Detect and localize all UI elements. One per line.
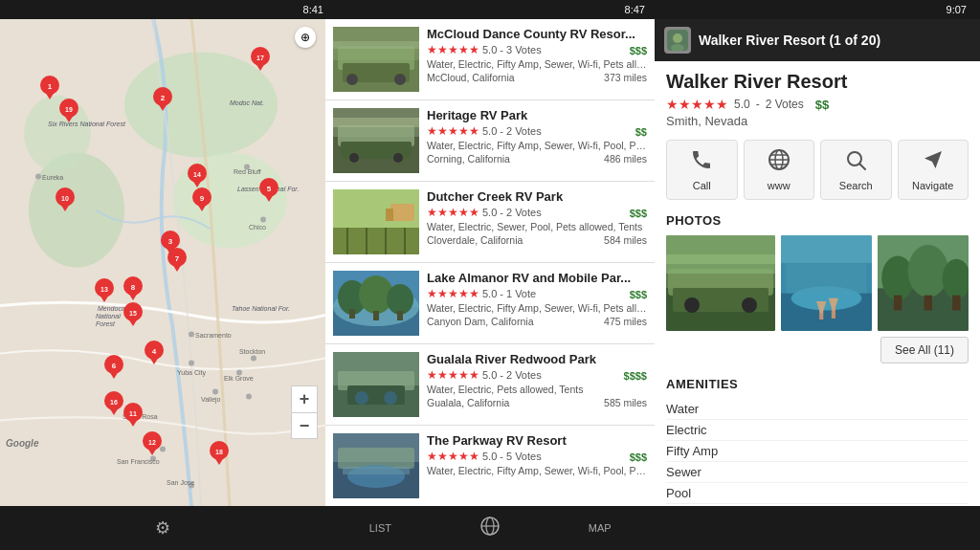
zoom-out-button[interactable]: − — [291, 412, 318, 439]
list-item-location-row: Gualala, California 585 miles — [427, 397, 647, 408]
list-item[interactable]: Dutcher Creek RV Park ★★★★★ 5.0 - 2 Vote… — [325, 182, 655, 263]
list-item-title: The Parkway RV Resort — [427, 433, 647, 448]
list-item[interactable]: Heritage RV Park ★★★★★ 5.0 - 2 Votes $$ … — [325, 100, 655, 182]
svg-rect-123 — [397, 311, 403, 320]
rating-value: 5.0 — [482, 125, 497, 137]
svg-rect-134 — [343, 467, 410, 474]
list-item-location: McCloud, California — [427, 72, 515, 83]
list-item-thumbnail — [333, 189, 419, 254]
svg-rect-107 — [333, 228, 419, 254]
svg-text:15: 15 — [129, 310, 137, 317]
svg-text:13: 13 — [100, 286, 108, 293]
navigate-button[interactable]: Navigate — [898, 140, 969, 200]
list-item-stars-row: ★★★★★ 5.0 - 2 Votes — [427, 368, 542, 382]
list-nav-item[interactable]: LIST — [325, 522, 435, 534]
svg-text:9: 9 — [200, 194, 205, 203]
list-item-info: The Parkway RV Resort ★★★★★ 5.0 - 5 Vote… — [427, 433, 647, 498]
detail-header-icon — [664, 27, 691, 54]
map-pin-17[interactable]: 17 — [250, 46, 271, 71]
svg-text:10: 10 — [61, 195, 69, 202]
map-pin-8[interactable]: 8 — [122, 275, 144, 300]
list-item-stars-row: ★★★★★ 5.0 - 2 Votes — [427, 206, 542, 219]
zoom-in-button[interactable]: + — [291, 385, 318, 412]
svg-rect-114 — [386, 209, 393, 221]
svg-marker-39 — [158, 103, 167, 111]
time-right: 9:07 — [947, 4, 967, 15]
map-pin-2[interactable]: 2 — [152, 86, 173, 111]
svg-rect-166 — [894, 296, 902, 311]
list-item-stars-row: ★★★★★ 5.0 - 3 Votes — [427, 43, 542, 56]
svg-marker-90 — [214, 457, 224, 465]
svg-point-150 — [742, 297, 757, 313]
svg-marker-36 — [45, 92, 55, 99]
settings-nav-item[interactable]: ⚙ — [0, 517, 325, 539]
see-all-button[interactable]: See All (11) — [880, 337, 969, 363]
list-item[interactable]: McCloud Dance County RV Resor... ★★★★★ 5… — [325, 19, 655, 100]
map-pins-layer: 1 2 17 — [0, 19, 325, 506]
list-item-distance: 585 miles — [604, 397, 647, 408]
map-pin-7[interactable]: 7 — [167, 247, 188, 272]
www-button[interactable]: www — [744, 140, 815, 200]
map-pin-18[interactable]: 18 — [209, 440, 230, 465]
map-pin-1[interactable]: 1 — [39, 75, 60, 99]
price-badge: $$$ — [630, 451, 647, 463]
star-rating: ★★★★★ — [427, 206, 479, 219]
map-pin-16[interactable]: 16 — [103, 390, 124, 415]
star-rating: ★★★★★ — [427, 287, 479, 300]
detail-votes-dash: - — [756, 98, 760, 111]
map-pin-14[interactable]: 14 — [187, 163, 208, 187]
list-item[interactable]: Gualala River Redwood Park ★★★★★ 5.0 - 2… — [325, 344, 655, 426]
settings-nav-area: ⚙ — [0, 517, 325, 539]
svg-text:16: 16 — [110, 399, 118, 406]
amenity-item-sewer: Sewer — [666, 462, 969, 483]
svg-rect-156 — [781, 235, 872, 263]
svg-text:12: 12 — [148, 439, 156, 446]
call-button[interactable]: Call — [666, 140, 738, 200]
list-item-location: Gualala, California — [427, 397, 509, 408]
map-pin-13[interactable]: 13 — [94, 277, 115, 302]
svg-marker-69 — [100, 295, 109, 302]
star-rating: ★★★★★ — [427, 124, 479, 138]
votes-text: - — [500, 369, 503, 381]
map-pin-9[interactable]: 9 — [191, 187, 212, 211]
photo-thumb-1[interactable] — [666, 235, 775, 331]
map-pin-6[interactable]: 6 — [103, 354, 124, 379]
map-zoom-controls: + − — [291, 385, 318, 439]
detail-resort-name: Walker River Resort — [666, 71, 969, 93]
price-badge: $$$ — [630, 45, 647, 56]
detail-stars-row: ★★★★★ 5.0 - 2 Votes $$ — [666, 97, 969, 112]
map-pin-15[interactable]: 15 — [122, 301, 144, 326]
list-item-title: Gualala River Redwood Park — [427, 352, 647, 366]
votes-count: 1 Vote — [506, 288, 536, 299]
list-item-location: Corning, California — [427, 153, 510, 165]
www-label: www — [768, 180, 791, 191]
call-icon — [690, 148, 713, 176]
map-pin-19[interactable]: 19 — [58, 98, 79, 122]
gps-icon[interactable]: ⊕ — [295, 27, 316, 48]
votes-count: 2 Votes — [506, 125, 542, 137]
amenities-section: AMENITIES Water Electric Fifty Amp Sewer… — [666, 377, 969, 506]
www-icon — [768, 148, 791, 176]
map-pin-5[interactable]: 5 — [258, 177, 279, 202]
list-item-thumbnail — [333, 271, 419, 336]
amenity-item-electric: Electric — [666, 420, 969, 441]
map-pin-11[interactable]: 11 — [122, 402, 144, 427]
rating-value: 5.0 — [482, 288, 497, 299]
svg-point-149 — [684, 297, 700, 313]
svg-marker-51 — [264, 194, 274, 202]
list-item-stars-row: ★★★★★ 5.0 - 2 Votes — [427, 124, 542, 138]
photo-thumb-2[interactable] — [781, 235, 872, 331]
search-button[interactable]: Search — [820, 140, 892, 200]
photo-thumb-3[interactable] — [878, 235, 969, 331]
list-item[interactable]: The Parkway RV Resort ★★★★★ 5.0 - 5 Vote… — [325, 426, 655, 506]
amenity-item-pool: Pool — [666, 483, 969, 504]
search-icon — [844, 148, 867, 176]
globe-nav-item[interactable] — [435, 516, 546, 541]
map-pin-12[interactable]: 12 — [142, 430, 163, 455]
list-item[interactable]: Lake Almanor RV and Mobile Par... ★★★★★ … — [325, 263, 655, 344]
map-pin-4[interactable]: 4 — [144, 340, 165, 364]
list-item-distance: 475 miles — [604, 316, 647, 327]
map-pin-10[interactable]: 10 — [55, 187, 76, 211]
map-nav-item[interactable]: MAP — [545, 522, 655, 534]
svg-point-103 — [349, 153, 359, 163]
